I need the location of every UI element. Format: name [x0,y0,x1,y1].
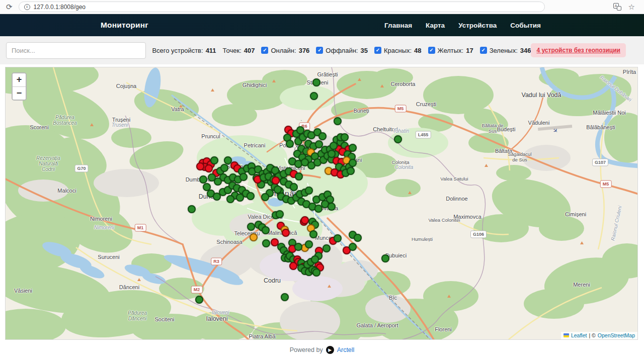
device-marker[interactable] [349,243,357,251]
road-badge: M2 [191,286,203,294]
device-marker[interactable] [226,195,234,203]
translate-icon[interactable]: A [613,3,621,11]
zoom-out-button[interactable]: − [13,86,26,100]
stat-item: Точек:407 [223,47,255,54]
device-marker[interactable] [289,262,297,270]
road-badge: G107 [592,159,608,166]
device-marker[interactable] [261,193,269,201]
device-marker[interactable] [276,210,284,218]
arctell-link[interactable]: Arctell [337,346,355,353]
app-brand: Мониторинг [101,21,148,30]
device-marker[interactable] [220,164,228,172]
device-marker[interactable] [310,92,318,100]
device-marker[interactable] [262,239,270,247]
road-badge: M5 [395,105,407,113]
page-info-icon[interactable]: i [24,4,30,10]
openstreetmap-link[interactable]: OpenStreetMap [598,332,635,338]
stat-label: Зеленых: [490,47,518,54]
road-badge: R3 [211,258,222,265]
zoom-control: + − [12,72,27,101]
device-marker[interactable] [272,176,280,185]
zoom-in-button[interactable]: + [13,73,26,86]
device-marker[interactable] [295,172,303,181]
device-marker[interactable] [349,159,357,167]
device-marker[interactable] [312,78,320,86]
device-marker[interactable] [394,135,402,143]
device-marker[interactable] [262,226,270,234]
filter-checkbox[interactable]: ✓ [316,47,323,54]
device-stats: Всего устройств:411Точек:407✓Онлайн:376✓… [152,47,531,54]
device-marker[interactable] [354,234,362,242]
device-marker[interactable] [236,194,244,202]
stat-value: 48 [414,47,421,54]
device-marker[interactable] [309,230,317,238]
filter-toolbar: Всего устройств:411Точек:407✓Онлайн:376✓… [0,36,644,64]
stat-item: ✓Зеленых:346 [480,47,531,54]
device-marker[interactable] [188,205,196,213]
nav-link-1[interactable]: Главная [384,22,412,29]
bookmark-star-icon[interactable]: ☆ [628,3,635,12]
filter-checkbox[interactable]: ✓ [261,47,268,54]
device-marker[interactable] [239,173,248,181]
device-marker[interactable] [312,268,320,277]
search-input[interactable] [6,42,146,59]
device-marker[interactable] [281,293,289,301]
device-marker[interactable] [199,175,207,184]
device-marker[interactable] [349,144,357,152]
filter-checkbox[interactable]: ✓ [428,47,435,54]
device-marker[interactable] [305,187,313,195]
powered-by-text: Powered by [290,346,323,353]
stat-value: 411 [206,47,216,54]
stat-value: 35 [360,47,367,54]
device-marker[interactable] [210,156,218,164]
nav-link-2[interactable]: Карта [426,22,445,29]
device-marker[interactable] [341,133,349,141]
device-marker[interactable] [224,156,232,164]
browser-toolbar: ⟳ i 127.0.0.1:8008/geo A ☆ [0,0,644,14]
device-marker[interactable] [250,233,258,241]
device-marker[interactable] [290,183,298,191]
device-marker[interactable] [381,254,389,262]
ukraine-flag-icon [564,333,569,337]
road-badge: G70 [74,165,88,172]
device-marker[interactable] [294,243,302,251]
device-marker[interactable] [196,162,204,170]
device-marker[interactable] [328,150,336,158]
leaflet-map[interactable]: ✈ ChișinăuCojușnaGhidighiciGrătieștiStău… [5,67,638,340]
road-badge: M5 [600,181,612,188]
device-marker[interactable] [334,117,342,125]
leaflet-link[interactable]: Leaflet [571,332,587,338]
device-marker[interactable] [301,216,309,224]
device-marker[interactable] [311,255,319,263]
filter-checkbox[interactable]: ✓ [480,47,487,54]
nav-link-3[interactable]: Устройства [458,22,497,29]
filter-checkbox[interactable]: ✓ [374,47,381,54]
device-marker[interactable] [323,244,331,252]
device-marker[interactable] [205,164,213,172]
device-marker[interactable] [328,203,336,211]
stat-label: Всего устройств: [152,47,203,54]
stat-label: Точек: [223,47,242,54]
page-footer: Powered by ▶ Arctell [0,340,644,359]
device-marker[interactable] [247,223,255,231]
device-marker[interactable] [334,234,342,242]
device-marker[interactable] [282,229,290,237]
device-marker[interactable] [330,142,338,150]
device-marker[interactable] [195,296,203,304]
no-geo-warning-link[interactable]: 4 устройств без геопозиции [531,43,626,57]
url-bar[interactable]: i 127.0.0.1:8008/geo [19,2,545,12]
device-marker[interactable] [318,132,327,140]
reload-icon[interactable]: ⟳ [6,3,13,11]
stat-value: 17 [466,47,473,54]
device-marker[interactable] [286,140,294,148]
stat-item: ✓Оффлайн:35 [316,47,368,54]
nav-link-4[interactable]: События [510,22,541,29]
arctell-logo-icon: ▶ [326,346,334,354]
device-marker[interactable] [305,240,313,248]
device-marker[interactable] [347,167,355,175]
stat-value: 407 [244,47,255,54]
device-marker[interactable] [208,173,216,182]
road-badge: L455 [416,131,431,139]
device-marker[interactable] [247,192,255,200]
nav-links: ГлавнаяКартаУстройстваСобытия [384,22,541,29]
